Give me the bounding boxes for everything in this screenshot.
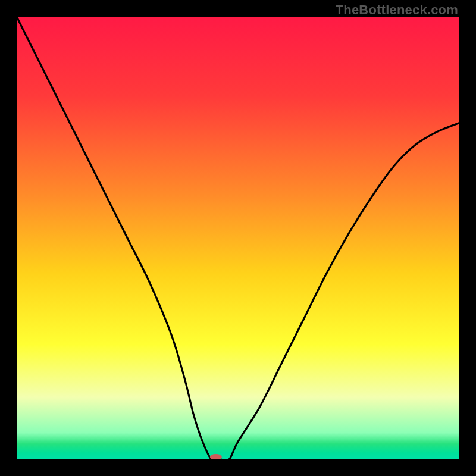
- chart-svg: [17, 17, 459, 459]
- chart-plot-area: [17, 17, 459, 459]
- watermark-text: TheBottleneck.com: [336, 2, 458, 18]
- chart-frame: TheBottleneck.com: [0, 0, 476, 476]
- chart-background: [17, 17, 459, 459]
